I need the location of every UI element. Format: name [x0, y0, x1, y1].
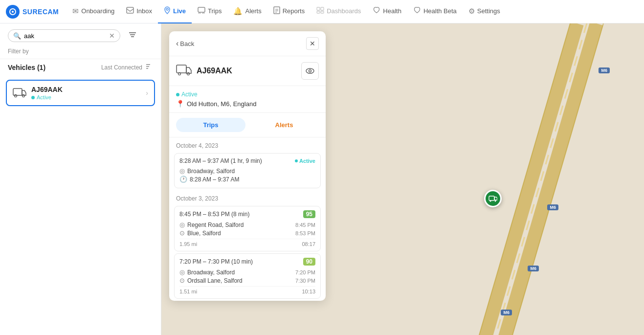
- back-button[interactable]: ‹ Back: [176, 39, 194, 48]
- svg-rect-11: [317, 7, 320, 10]
- trip2-route-to: ⊙ Blue, Salford 8:53 PM: [179, 229, 315, 237]
- nav-onboarding[interactable]: ✉ Onboarding: [67, 0, 120, 23]
- trips-tab[interactable]: Trips: [176, 118, 245, 132]
- trip-item-1[interactable]: 8:28 AM – 9:37 AM (1 hr, 9 min) Active ◎…: [174, 153, 321, 188]
- chevron-right-icon: ›: [146, 89, 148, 97]
- filter-button[interactable]: [128, 31, 137, 40]
- vehicles-title: Vehicles (1): [8, 64, 101, 71]
- status-text: Active: [37, 94, 51, 100]
- road-badge-m6-2: M6: [547, 204, 558, 210]
- nav-settings[interactable]: ⚙ Settings: [463, 0, 506, 23]
- last-connected-sort[interactable]: Last Connected: [101, 64, 142, 71]
- svg-point-30: [490, 201, 491, 202]
- logo-icon: [6, 5, 20, 19]
- trip-item-2[interactable]: 8:45 PM – 8:53 PM (8 min) 95 ◎ Regent Ro…: [174, 206, 321, 251]
- live-icon: [164, 6, 171, 16]
- trip-item-3[interactable]: 7:20 PM – 7:30 PM (10 min) 90 ◎ Broadway…: [174, 253, 321, 299]
- svg-point-36: [309, 70, 311, 72]
- content-area: M6 M6 M6 M6 ‹ Back ✕ AJ69AAK: [161, 23, 644, 335]
- trip-item-1-badge: Active: [295, 158, 315, 164]
- health-icon: [373, 7, 380, 15]
- svg-rect-21: [13, 89, 22, 95]
- search-input[interactable]: [24, 32, 106, 40]
- nav-alerts[interactable]: 🔔 Alerts: [227, 0, 267, 23]
- svg-point-31: [495, 201, 496, 202]
- onboarding-icon: ✉: [72, 7, 79, 16]
- vehicle-card-aj69aak[interactable]: AJ69AAK Active ›: [6, 80, 155, 106]
- trips-icon: [198, 7, 205, 15]
- svg-rect-29: [489, 196, 494, 201]
- logo[interactable]: SURECAM: [6, 5, 59, 19]
- alerts-icon: 🔔: [233, 7, 243, 16]
- road-badge-m6-3: M6: [528, 266, 539, 271]
- status-dot: [31, 96, 35, 99]
- svg-rect-2: [127, 7, 133, 13]
- health-beta-icon: [413, 7, 421, 15]
- dashboards-icon: [316, 7, 324, 15]
- filter-by-label: Filter by: [0, 46, 161, 59]
- alerts-tab[interactable]: Alerts: [249, 118, 319, 132]
- trip2-route-from: ◎ Regent Road, Salford 8:45 PM: [179, 221, 315, 228]
- panel-header: ‹ Back ✕: [169, 31, 326, 56]
- trip3-dest-icon: ⊙: [179, 277, 185, 284]
- trip-route-to: 🕐 8:28 AM – 9:37 AM: [179, 176, 315, 183]
- trip-item-3-meta: 1.51 mi 10:13: [179, 286, 315, 294]
- map-vehicle-marker[interactable]: [484, 190, 502, 207]
- search-wrap: 🔍 ✕: [8, 29, 120, 42]
- vehicle-status: Active: [31, 94, 141, 100]
- main-layout: 🔍 ✕ Filter by Vehicles (1) Last Connecte…: [0, 23, 644, 335]
- sidebar: 🔍 ✕ Filter by Vehicles (1) Last Connecte…: [0, 23, 161, 335]
- nav-trips[interactable]: Trips: [192, 0, 227, 23]
- trip-item-3-header: 7:20 PM – 7:30 PM (10 min) 90: [179, 258, 315, 266]
- sort-icon[interactable]: [145, 63, 153, 72]
- settings-icon: ⚙: [468, 7, 475, 16]
- eye-button[interactable]: [301, 62, 319, 80]
- trip2-origin-icon: ◎: [179, 221, 185, 228]
- trip-date-oct3: October 3, 2023: [169, 190, 326, 204]
- search-section: 🔍 ✕: [0, 23, 161, 46]
- trip-route-from: ◎ Broadway, Salford: [179, 167, 315, 175]
- route-clock-icon: 🕐: [179, 176, 187, 183]
- trip-item-2-header: 8:45 PM – 8:53 PM (8 min) 95: [179, 210, 315, 218]
- reports-icon: [273, 6, 280, 16]
- trip-item-1-route: ◎ Broadway, Salford 🕐 8:28 AM – 9:37 AM: [179, 167, 315, 183]
- trip-item-2-time: 8:45 PM – 8:53 PM (8 min): [179, 211, 249, 218]
- panel-close-button[interactable]: ✕: [306, 37, 319, 50]
- vehicles-header: Vehicles (1) Last Connected: [0, 59, 161, 76]
- panel-active-badge: Active: [176, 91, 319, 98]
- nav-health-beta[interactable]: Health Beta: [407, 0, 463, 23]
- nav-reports[interactable]: Reports: [267, 0, 311, 23]
- trip-item-2-meta: 1.95 mi 08:17: [179, 239, 315, 247]
- vehicle-list: AJ69AAK Active ›: [0, 76, 161, 110]
- active-dot: [176, 93, 179, 96]
- svg-rect-14: [321, 11, 324, 13]
- nav-inbox[interactable]: Inbox: [120, 0, 158, 23]
- panel-vehicle-row: AJ69AAK: [169, 56, 326, 86]
- vehicle-info: AJ69AAK Active: [31, 86, 141, 100]
- location-pin-icon: 📍: [176, 100, 184, 108]
- nav-health[interactable]: Health: [367, 0, 407, 23]
- nav-live[interactable]: Live: [158, 0, 192, 23]
- panel-trips-list: October 4, 2023 8:28 AM – 9:37 AM (1 hr,…: [169, 137, 326, 301]
- top-nav: SURECAM ✉ Onboarding Inbox Live Trips 🔔 …: [0, 0, 644, 23]
- trip-item-3-score: 90: [303, 258, 315, 266]
- svg-point-5: [199, 13, 200, 14]
- route-origin-icon: ◎: [179, 167, 185, 175]
- trip3-origin-icon: ◎: [179, 268, 185, 276]
- search-clear-button[interactable]: ✕: [109, 32, 115, 40]
- vehicle-truck-icon: [13, 87, 26, 100]
- logo-text: SURECAM: [22, 8, 59, 16]
- svg-rect-12: [321, 7, 324, 10]
- road-badge-m6-4: M6: [501, 310, 512, 315]
- panel-truck-icon: [176, 64, 192, 78]
- panel-vehicle-name: AJ69AAK: [197, 67, 301, 75]
- trip3-route-to: ⊙ Ordsall Lane, Salford 7:30 PM: [179, 277, 315, 284]
- trip-item-1-time: 8:28 AM – 9:37 AM (1 hr, 9 min): [179, 157, 262, 164]
- panel-tabs: Trips Alerts: [169, 113, 326, 137]
- svg-rect-7: [274, 7, 280, 14]
- svg-line-24: [479, 23, 577, 335]
- vehicle-name: AJ69AAK: [31, 86, 141, 93]
- svg-rect-32: [177, 65, 186, 73]
- trip-date-oct4: October 4, 2023: [169, 137, 326, 151]
- svg-point-1: [12, 11, 14, 13]
